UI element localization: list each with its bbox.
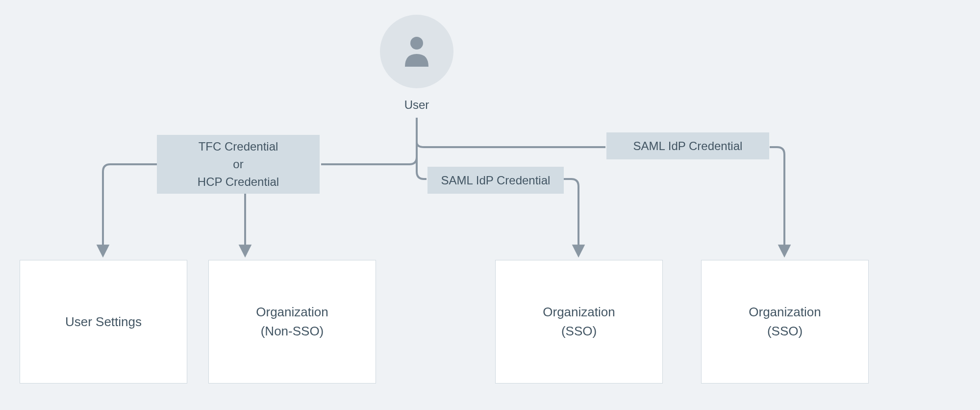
dest-line: (SSO) [561,322,597,341]
organization-sso-box-2: Organization (SSO) [701,260,869,384]
tfc-hcp-credential-box: TFC Credential or HCP Credential [157,135,320,194]
saml-idp-credential-box-2: SAML IdP Credential [606,132,769,159]
dest-line: Organization [543,303,615,322]
svg-point-0 [410,37,423,50]
dest-line: User Settings [65,312,142,332]
dest-line: (Non-SSO) [261,322,324,341]
organization-non-sso-box: Organization (Non-SSO) [208,260,376,384]
dest-line: (SSO) [767,322,803,341]
cred-line: TFC Credential [199,138,278,155]
saml-idp-credential-box-1: SAML IdP Credential [427,167,564,194]
organization-sso-box-1: Organization (SSO) [495,260,663,384]
cred-line: or [233,155,243,173]
cred-line: SAML IdP Credential [441,172,551,189]
cred-line: HCP Credential [198,173,279,191]
user-settings-box: User Settings [20,260,187,384]
user-label: User [380,98,453,112]
dest-line: Organization [256,303,328,322]
dest-line: Organization [749,303,821,322]
user-avatar [380,15,453,88]
cred-line: SAML IdP Credential [633,137,743,155]
user-icon [402,34,431,69]
